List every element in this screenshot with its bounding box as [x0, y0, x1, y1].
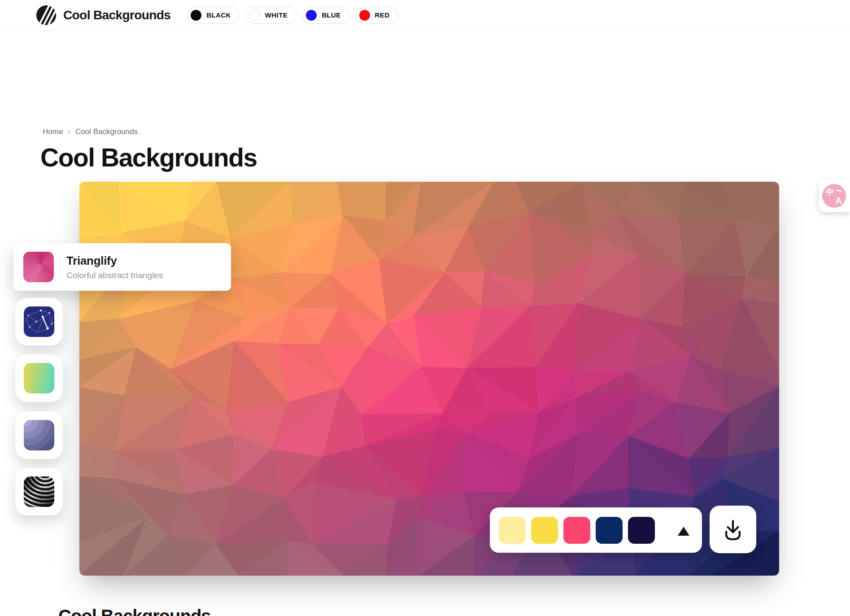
- nav-pill-white-label: WHITE: [265, 11, 288, 19]
- palette-swatch-4[interactable]: [596, 517, 623, 544]
- download-icon: [722, 518, 744, 541]
- app-header: Cool Backgrounds BLACK WHITE BLUE RED: [0, 0, 850, 31]
- nav-pill-white[interactable]: WHITE: [246, 7, 296, 24]
- style-thumb-particles[interactable]: [15, 298, 63, 345]
- palette-swatch-3[interactable]: [563, 517, 590, 544]
- palette-bar: [490, 507, 702, 553]
- nav-pill-black[interactable]: BLACK: [187, 7, 240, 24]
- translate-widget-button[interactable]: 中 A: [819, 179, 850, 212]
- style-thumb-waves[interactable]: [15, 468, 63, 516]
- style-card-trianglify[interactable]: Trianglify Colorful abstract triangles: [13, 243, 231, 291]
- page-title: Cool Backgrounds: [40, 143, 257, 172]
- translate-icon: 中 A: [822, 184, 846, 208]
- trianglify-thumbnail: [23, 252, 54, 282]
- style-card-title: Trianglify: [66, 254, 163, 268]
- brand-name: Cool Backgrounds: [63, 8, 170, 22]
- particles-art: [24, 306, 54, 337]
- nav-pill-red[interactable]: RED: [356, 7, 399, 24]
- white-color-dot: [249, 10, 260, 21]
- brand-link[interactable]: Cool Backgrounds: [36, 5, 170, 26]
- download-button[interactable]: [710, 506, 756, 553]
- nav-pill-blue[interactable]: BLUE: [302, 7, 349, 24]
- breadcrumb-home-link[interactable]: Home: [43, 127, 63, 136]
- palette-swatch-2[interactable]: [531, 517, 558, 544]
- style-card-subtitle: Colorful abstract triangles: [66, 271, 163, 280]
- color-nav: BLACK WHITE BLUE RED: [187, 7, 398, 24]
- style-thumb-gradient[interactable]: [15, 354, 63, 402]
- brand-logo-icon: [36, 5, 57, 26]
- nav-pill-blue-label: BLUE: [322, 11, 340, 19]
- breadcrumb: Home › Cool Backgrounds: [43, 127, 138, 136]
- translate-glyph-a: A: [836, 196, 842, 206]
- translate-glyph-arc: [835, 189, 843, 195]
- nav-pill-red-label: RED: [375, 11, 390, 19]
- style-thumb-topography[interactable]: [15, 411, 63, 459]
- section-title: Cool Backgrounds: [58, 606, 211, 616]
- breadcrumb-current: Cool Backgrounds: [75, 127, 138, 136]
- palette-swatch-5[interactable]: [628, 517, 655, 544]
- style-thumb-gradient-art: [24, 363, 54, 393]
- translate-glyph-zh: 中: [826, 187, 834, 197]
- black-color-dot: [191, 10, 201, 21]
- palette-expand-button[interactable]: [677, 525, 690, 536]
- nav-pill-black-label: BLACK: [206, 11, 231, 19]
- triangle-up-icon: [678, 527, 689, 536]
- red-color-dot: [359, 10, 370, 21]
- blue-color-dot: [306, 10, 317, 21]
- style-thumb-topography-art: [24, 420, 54, 450]
- style-thumb-waves-art: [24, 476, 54, 507]
- palette-swatch-1[interactable]: [499, 517, 526, 544]
- breadcrumb-separator: ›: [68, 127, 70, 136]
